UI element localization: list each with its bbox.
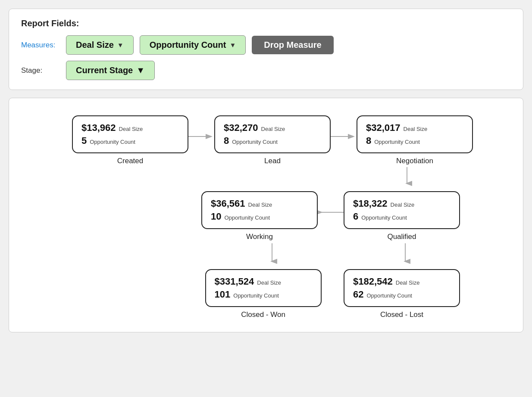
closed-lost-opp-label: Opportunity Count (366, 292, 412, 299)
qualified-node: $18,322 Deal Size 6 Opportunity Count (344, 191, 460, 229)
drop-measure-label: Drop Measure (264, 40, 321, 50)
drop-measure-button[interactable]: Drop Measure (252, 36, 333, 54)
arrow-down-svg3 (400, 243, 410, 265)
report-fields-title: Report Fields: (21, 19, 511, 28)
negotiation-opp-label: Opportunity Count (374, 139, 420, 145)
current-stage-label: Current Stage (76, 65, 133, 75)
arrow-row-1 (72, 165, 460, 187)
closed-lost-deal-amount: $182,542 (353, 276, 393, 287)
negotiation-cell: $32,017 Deal Size 8 Opportunity Count Ne… (357, 111, 473, 165)
created-opp-label: Opportunity Count (90, 139, 135, 145)
closed-lost-stage-name: Closed - Lost (380, 310, 423, 319)
negotiation-stage-name: Negotiation (396, 157, 433, 165)
qualified-deal-amount: $18,322 (353, 198, 388, 209)
working-opp-count: 10 (211, 211, 221, 222)
negotiation-deal-label: Deal Size (404, 126, 428, 132)
lead-opp-count: 8 (224, 135, 229, 146)
closed-won-cell: $331,524 Deal Size 101 Opportunity Count… (205, 265, 322, 319)
closed-won-deal-amount: $331,524 (215, 276, 254, 287)
lead-cell: $32,270 Deal Size 8 Opportunity Count Le… (214, 111, 331, 165)
closed-lost-cell: $182,542 Deal Size 62 Opportunity Count … (344, 265, 460, 319)
report-fields-panel: Report Fields: Measures: Deal Size ▼ Opp… (9, 9, 523, 90)
flow-diagram: $13,962 Deal Size 5 Opportunity Count Cr… (9, 98, 523, 332)
deal-size-button[interactable]: Deal Size ▼ (66, 35, 134, 55)
lead-stage-name: Lead (264, 157, 281, 165)
opportunity-count-dropdown-icon: ▼ (229, 41, 236, 49)
created-node: $13,962 Deal Size 5 Opportunity Count (72, 115, 188, 153)
qualified-opp-label: Opportunity Count (361, 214, 407, 221)
created-deal-label: Deal Size (119, 126, 143, 132)
created-deal-amount: $13,962 (81, 122, 116, 133)
arrow-qualified-closedlost-down (351, 241, 460, 265)
negotiation-node: $32,017 Deal Size 8 Opportunity Count (357, 115, 473, 153)
stage-label: Stage: (21, 66, 60, 75)
current-stage-button[interactable]: Current Stage ▼ (66, 61, 155, 80)
closed-won-node: $331,524 Deal Size 101 Opportunity Count (205, 269, 322, 307)
arrow-row-2 (72, 241, 460, 265)
arrow-negotiation-qualified-down (354, 165, 460, 187)
arrow-down-svg2 (267, 243, 277, 265)
closed-won-opp-count: 101 (215, 289, 231, 300)
arrow-right-svg (188, 131, 214, 142)
closed-lost-deal-label: Deal Size (396, 279, 420, 286)
lead-deal-label: Deal Size (261, 126, 285, 132)
closed-won-stage-name: Closed - Won (241, 310, 285, 319)
lead-node: $32,270 Deal Size 8 Opportunity Count (214, 115, 331, 153)
arrow-qualified-working (318, 193, 344, 232)
arrow-lead-negotiation (331, 117, 357, 156)
qualified-cell: $18,322 Deal Size 6 Opportunity Count Qu… (344, 187, 460, 241)
arrow-created-lead (188, 117, 214, 156)
current-stage-dropdown-icon: ▼ (136, 65, 145, 75)
qualified-deal-label: Deal Size (391, 202, 415, 208)
negotiation-deal-amount: $32,017 (366, 122, 401, 133)
opportunity-count-button[interactable]: Opportunity Count ▼ (140, 35, 246, 55)
working-node: $36,561 Deal Size 10 Opportunity Count (201, 191, 318, 229)
measures-row: Measures: Deal Size ▼ Opportunity Count … (21, 35, 511, 55)
working-stage-name: Working (246, 233, 273, 241)
created-stage-name: Created (117, 157, 143, 165)
qualified-stage-name: Qualified (387, 233, 416, 241)
created-opp-count: 5 (81, 135, 87, 146)
arrow-down-svg (402, 167, 412, 187)
stage-row: Stage: Current Stage ▼ (21, 61, 511, 80)
closed-won-deal-label: Deal Size (257, 279, 281, 286)
arrow-right-svg2 (331, 131, 357, 142)
qualified-opp-count: 6 (353, 211, 358, 222)
working-cell: $36,561 Deal Size 10 Opportunity Count W… (201, 187, 318, 241)
closed-won-opp-label: Opportunity Count (233, 292, 279, 299)
measures-label: Measures: (21, 41, 60, 50)
closed-lost-opp-count: 62 (353, 289, 363, 300)
working-opp-label: Opportunity Count (224, 214, 270, 221)
created-cell: $13,962 Deal Size 5 Opportunity Count Cr… (72, 111, 188, 165)
arrow-left-svg (318, 207, 344, 217)
lead-deal-amount: $32,270 (224, 122, 258, 133)
working-deal-label: Deal Size (248, 202, 272, 208)
arrow-working-closedwon-down (218, 241, 327, 265)
closed-lost-node: $182,542 Deal Size 62 Opportunity Count (344, 269, 460, 307)
working-deal-amount: $36,561 (211, 198, 245, 209)
deal-size-label: Deal Size (76, 40, 114, 50)
lead-opp-label: Opportunity Count (232, 139, 278, 145)
opportunity-count-label: Opportunity Count (150, 40, 226, 50)
deal-size-dropdown-icon: ▼ (117, 41, 124, 49)
negotiation-opp-count: 8 (366, 135, 371, 146)
